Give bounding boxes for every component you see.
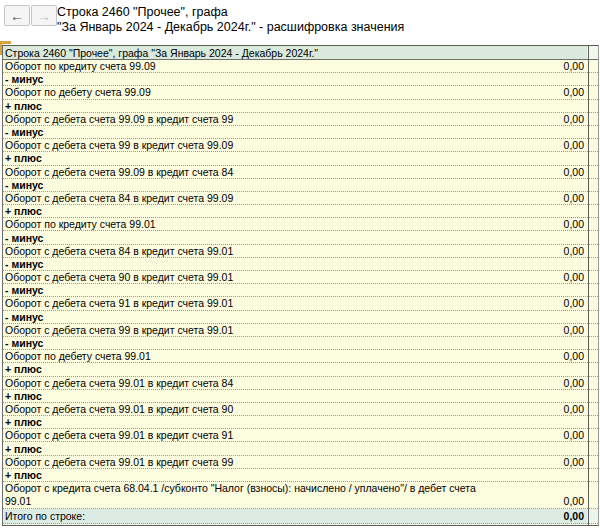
report-row[interactable]: Оборот с дебета счета 99.01 в кредит сче… [3, 377, 598, 390]
operator-row[interactable]: - минус [3, 179, 598, 192]
operator-row[interactable]: + плюс [3, 416, 598, 429]
operator-row[interactable]: - минус [3, 258, 598, 271]
row-value: 0,00 [514, 113, 584, 125]
page-title-line2: "За Январь 2024 - Декабрь 2024г." - расш… [57, 20, 577, 35]
row-label: + плюс [5, 152, 584, 164]
operator-row[interactable]: + плюс [3, 205, 598, 218]
report-row[interactable]: Оборот с дебета счета 99.01 в кредит сче… [3, 456, 598, 469]
row-label: + плюс [5, 205, 584, 217]
operator-row[interactable]: - минус [3, 126, 598, 139]
row-value: 0,00 [514, 350, 584, 362]
row-label: - минус [5, 179, 584, 191]
arrow-right-icon: → [37, 9, 51, 23]
report-row[interactable]: Оборот с дебета счета 99.09 в кредит сче… [3, 166, 598, 179]
row-label: Оборот с дебета счета 99.09 в кредит сче… [5, 166, 514, 178]
operator-row[interactable]: + плюс [3, 442, 598, 455]
report-row[interactable]: Оборот с дебета счета 91 в кредит счета … [3, 297, 598, 310]
row-label: - минус [5, 258, 584, 270]
row-value: 0,00 [514, 218, 584, 230]
row-value: 0,00 [514, 456, 584, 468]
row-label: + плюс [5, 363, 584, 375]
row-label: - минус [5, 73, 584, 85]
row-label: + плюс [5, 469, 584, 481]
row-label: - минус [5, 232, 584, 244]
row-label: + плюс [5, 416, 584, 428]
report-row[interactable]: Оборот с дебета счета 99.09 в кредит сче… [3, 113, 598, 126]
report-row[interactable]: Оборот с дебета счета 90 в кредит счета … [3, 271, 598, 284]
row-label: + плюс [5, 100, 584, 112]
report-row[interactable]: Оборот с дебета счета 84 в кредит счета … [3, 192, 598, 205]
row-value: 0,00 [514, 271, 584, 283]
row-label: - минус [5, 337, 584, 349]
operator-row[interactable]: + плюс [3, 390, 598, 403]
report-row[interactable]: Оборот с дебета счета 99 в кредит счета … [3, 324, 598, 337]
row-label: Оборот по кредиту счета 99.01 [5, 218, 514, 230]
row-label: Оборот с дебета счета 99.01 в кредит сче… [5, 429, 514, 441]
row-label: Оборот по дебету счета 99.09 [5, 86, 514, 98]
report-row[interactable]: Оборот по кредиту счета 99.090,00 [3, 60, 598, 73]
row-label: + плюс [5, 390, 584, 402]
operator-row[interactable]: - минус [3, 311, 598, 324]
operator-row[interactable]: - минус [3, 284, 598, 297]
arrow-left-icon: ← [10, 9, 24, 23]
report-row[interactable]: Оборот с дебета счета 99.01 в кредит сче… [3, 403, 598, 416]
row-value: 0,00 [514, 192, 584, 204]
operator-row[interactable]: + плюс [3, 100, 598, 113]
page-title: Строка 2460 "Прочее", графа "За Январь 2… [57, 5, 577, 35]
row-label: Оборот по дебету счета 99.01 [5, 350, 514, 362]
row-label: Оборот с дебета счета 91 в кредит счета … [5, 297, 514, 309]
operator-row[interactable]: - минус [3, 231, 598, 244]
row-label: - минус [5, 284, 584, 296]
report-row[interactable]: Оборот по кредиту счета 99.010,00 [3, 218, 598, 231]
row-label: - минус [5, 126, 584, 138]
operator-row[interactable]: + плюс [3, 363, 598, 376]
row-value: 0,00 [514, 324, 584, 336]
row-value: 0,00 [514, 510, 584, 522]
selection-corner-marker [0, 41, 2, 55]
table-right-border [588, 46, 589, 525]
row-value: 0,00 [514, 166, 584, 178]
row-value: 0,00 [514, 297, 584, 309]
operator-row[interactable]: - минус [3, 337, 598, 350]
operator-row[interactable]: + плюс [3, 469, 598, 482]
row-label: Оборот с дебета счета 84 в кредит счета … [5, 192, 514, 204]
row-value: 0,00 [514, 139, 584, 151]
row-label: Оборот с дебета счета 99.01 в кредит сче… [5, 456, 514, 468]
row-label: Оборот с дебета счета 99 в кредит счета … [5, 139, 514, 151]
row-label: Оборот по кредиту счета 99.09 [5, 60, 514, 72]
operator-row[interactable]: - минус [3, 73, 598, 86]
row-value: 0,00 [514, 86, 584, 98]
row-label: Оборот с дебета счета 84 в кредит счета … [5, 245, 514, 257]
row-value: 0,00 [514, 245, 584, 257]
report-row[interactable]: Оборот по дебету счета 99.010,00 [3, 350, 598, 363]
row-label: - минус [5, 311, 584, 323]
row-label: Итого по строке: [5, 510, 514, 522]
report-header-label: Строка 2460 "Прочее", графа "За Январь 2… [5, 47, 584, 59]
row-value: 0,00 [514, 377, 584, 389]
row-label: Оборот с кредита счета 68.04.1 /субконто… [5, 482, 503, 507]
operator-row[interactable]: + плюс [3, 152, 598, 165]
row-value: 0,00 [514, 60, 584, 72]
report-row[interactable]: Оборот по дебету счета 99.090,00 [3, 86, 598, 99]
row-label: Оборот с дебета счета 99.01 в кредит сче… [5, 403, 514, 415]
total-row[interactable]: Итого по строке:0,00 [3, 509, 598, 524]
report-row[interactable]: Оборот с дебета счета 99 в кредит счета … [3, 139, 598, 152]
row-label: Оборот с дебета счета 90 в кредит счета … [5, 271, 514, 283]
nav-forward-button[interactable]: → [31, 5, 57, 26]
row-label: Оборот с дебета счета 99 в кредит счета … [5, 324, 514, 336]
report-header-row[interactable]: Строка 2460 "Прочее", графа "За Январь 2… [3, 46, 598, 60]
report-row[interactable]: Оборот с дебета счета 99.01 в кредит сче… [3, 429, 598, 442]
row-label: Оборот с дебета счета 99.01 в кредит сче… [5, 377, 514, 389]
title-bar: ← → Строка 2460 "Прочее", графа "За Янва… [0, 0, 600, 44]
report-sheet: Строка 2460 "Прочее", графа "За Январь 2… [2, 45, 599, 526]
row-value: 0,00 [514, 429, 584, 441]
nav-back-button[interactable]: ← [4, 5, 30, 26]
row-value: 0,00 [503, 495, 584, 507]
report-table: Оборот по кредиту счета 99.090,00- минус… [3, 60, 598, 524]
row-label: + плюс [5, 443, 584, 455]
report-row[interactable]: Оборот с кредита счета 68.04.1 /субконто… [3, 482, 598, 509]
row-value: 0,00 [514, 403, 584, 415]
row-label: Оборот с дебета счета 99.09 в кредит сче… [5, 113, 514, 125]
report-row[interactable]: Оборот с дебета счета 84 в кредит счета … [3, 245, 598, 258]
page-title-line1: Строка 2460 "Прочее", графа [57, 5, 577, 20]
